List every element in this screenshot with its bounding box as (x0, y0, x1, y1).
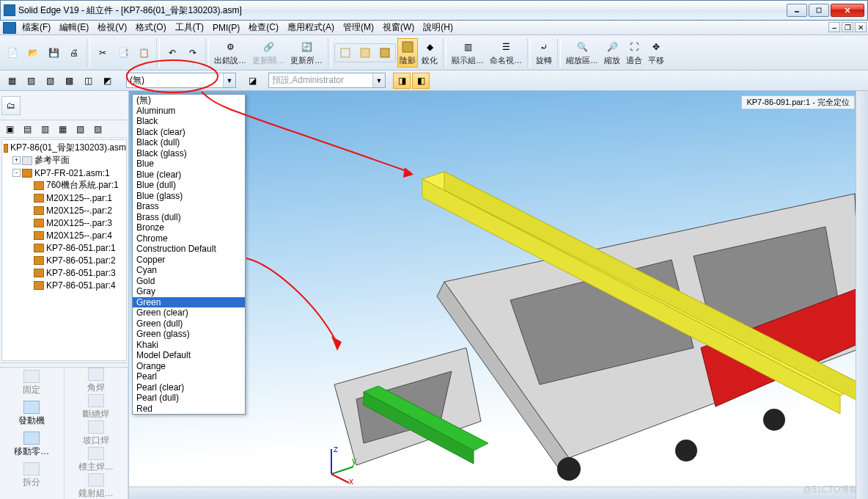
material-option[interactable]: Green (glass) (133, 329, 245, 340)
mdi-minimize[interactable]: ‒ (828, 22, 840, 32)
material-option[interactable]: Pearl (133, 371, 245, 382)
tree-tool-3[interactable]: ▥ (37, 122, 53, 136)
menu-tools[interactable]: 工具(T) (171, 21, 208, 34)
chevron-down-icon[interactable]: ▼ (372, 73, 385, 87)
viewport-scrollbar-h[interactable] (129, 487, 856, 499)
view-style-combo[interactable]: 預設,Administrator ▼ (268, 73, 386, 88)
show-group-button[interactable]: ▥顯示組… (449, 38, 486, 68)
tree-root[interactable]: KP7-86(01_骨架130203).asm (2, 142, 126, 154)
tree-node[interactable]: M20X125--.par:4 (2, 229, 126, 241)
material-option[interactable]: Blue (glass) (133, 191, 245, 202)
mdi-restore[interactable]: ❐ (842, 22, 853, 32)
material-option[interactable]: Blue (133, 159, 245, 170)
tree-tool-5[interactable]: ▧ (72, 122, 88, 136)
copy-button[interactable]: 📑 (114, 45, 133, 61)
material-option[interactable]: Blue (clear) (133, 170, 245, 181)
update-link-button[interactable]: 🔗更新關… (250, 38, 287, 68)
command-button[interactable]: 發動機 (0, 398, 64, 429)
tree-tool-6[interactable]: ▨ (89, 122, 106, 136)
expand-icon[interactable]: - (12, 169, 21, 177)
undo-button[interactable]: ↶ (163, 45, 182, 61)
material-option[interactable]: Model Default (133, 350, 245, 361)
material-option[interactable]: Orange (133, 361, 245, 372)
face-style-combo[interactable]: (無) ▼ (126, 73, 236, 88)
wireframe-icon[interactable] (336, 45, 355, 61)
tree-node[interactable]: KP7-86-051.par:3 (2, 266, 126, 279)
pathfinder-tab[interactable]: 🗂 (1, 96, 21, 115)
window-minimize-button[interactable] (787, 4, 807, 17)
material-option[interactable]: Green (133, 297, 245, 308)
style-btn-6[interactable]: ◩ (98, 73, 116, 89)
material-option[interactable]: Copper (133, 255, 245, 266)
material-option[interactable]: Black (clear) (133, 127, 245, 138)
material-option[interactable]: Gold (133, 276, 245, 287)
material-option[interactable]: Cyan (133, 265, 245, 276)
tree-tool-4[interactable]: ▦ (54, 122, 70, 136)
menu-pmi[interactable]: PMI(P) (208, 21, 244, 34)
material-option[interactable]: Black (133, 116, 245, 127)
material-option[interactable]: Gray (133, 286, 245, 297)
pan-button[interactable]: ✥平移 (646, 38, 666, 68)
material-option[interactable]: Chrome (133, 233, 245, 244)
cut-button[interactable]: ✂ (93, 45, 112, 61)
style-btn-4[interactable]: ▩ (60, 73, 78, 89)
open-button[interactable]: 📂 (23, 45, 43, 61)
named-views-button[interactable]: ☰命名視… (488, 38, 524, 68)
material-option[interactable]: Khaki (133, 340, 245, 351)
tree-node[interactable]: -KP7-FR-021.asm:1 (2, 167, 126, 179)
save-button[interactable]: 💾 (44, 45, 63, 61)
material-option[interactable]: Blue (dull) (133, 180, 245, 191)
tree-node[interactable]: +參考平面 (2, 154, 126, 167)
view-reset-button[interactable]: ◧ (412, 73, 430, 89)
sharpen-button[interactable]: ◆銳化 (419, 38, 440, 68)
material-option[interactable]: Black (glass) (133, 148, 245, 159)
menu-view[interactable]: 檢視(V) (93, 21, 131, 34)
window-maximize-button[interactable] (809, 4, 829, 17)
material-option[interactable]: (無) (133, 95, 245, 106)
pathfinder-tree[interactable]: KP7-86(01_骨架130203).asm +參考平面-KP7-FR-021… (1, 139, 127, 361)
style-apply-button[interactable]: ◪ (243, 73, 261, 89)
menu-format[interactable]: 格式(O) (131, 21, 170, 34)
fit-button[interactable]: ⛶適合 (624, 38, 644, 68)
style-btn-5[interactable]: ◫ (79, 73, 97, 89)
material-option[interactable]: Green (dull) (133, 318, 245, 329)
command-button[interactable]: 移動零… (0, 429, 64, 460)
menu-file[interactable]: 檔案(F) (18, 21, 55, 34)
shaded-button[interactable]: 陰影 (397, 38, 418, 68)
material-option[interactable]: Aluminum (133, 106, 245, 117)
style-btn-2[interactable]: ▨ (22, 73, 40, 89)
view-apply-button[interactable]: ◨ (393, 73, 411, 89)
tree-node[interactable]: KP7-86-051.par:4 (2, 279, 126, 291)
error-report-button[interactable]: ⚙出錯說… (212, 38, 249, 68)
menu-apps[interactable]: 應用程式(A) (283, 21, 339, 34)
paste-button[interactable]: 📋 (134, 45, 153, 61)
menu-manage[interactable]: 管理(M) (339, 21, 378, 34)
window-close-button[interactable] (831, 4, 864, 17)
rotate-button[interactable]: ⤾旋轉 (534, 38, 554, 68)
material-option[interactable]: Pearl (dull) (133, 393, 245, 404)
menu-window[interactable]: 視窗(W) (378, 21, 419, 34)
update-all-button[interactable]: 🔄更新所… (288, 38, 325, 68)
menu-help[interactable]: 說明(H) (419, 21, 457, 34)
viewport-scrollbar-v[interactable] (856, 91, 868, 499)
new-button[interactable]: 📄 (3, 45, 22, 61)
menu-inspect[interactable]: 檢查(C) (244, 21, 283, 34)
face-style-dropdown[interactable]: (無)AluminumBlackBlack (clear)Black (dull… (132, 94, 246, 415)
material-option[interactable]: Black (dull) (133, 137, 245, 148)
tree-node[interactable]: KP7-86-051.par:1 (2, 241, 126, 254)
material-option[interactable]: Red (133, 404, 245, 415)
zoom-area-button[interactable]: 🔍縮放區… (564, 38, 600, 68)
mdi-close[interactable]: ✕ (855, 22, 867, 32)
material-option[interactable]: Brass (dull) (133, 212, 245, 223)
tree-node[interactable]: 760機台系統.par:1 (2, 179, 126, 192)
zoom-button[interactable]: 🔎縮放 (602, 38, 622, 68)
material-option[interactable]: Pearl (clear) (133, 382, 245, 393)
tree-tool-2[interactable]: ▤ (19, 122, 35, 136)
tree-node[interactable]: M20X125--.par:3 (2, 216, 126, 229)
material-option[interactable]: Brass (133, 201, 245, 212)
print-button[interactable]: 🖨 (65, 45, 84, 61)
tree-node[interactable]: M20X125--.par:2 (2, 204, 126, 216)
material-option[interactable]: Green (clear) (133, 307, 245, 318)
material-option[interactable]: Construction Default (133, 244, 245, 255)
tree-node[interactable]: KP7-86-051.par:2 (2, 254, 126, 266)
